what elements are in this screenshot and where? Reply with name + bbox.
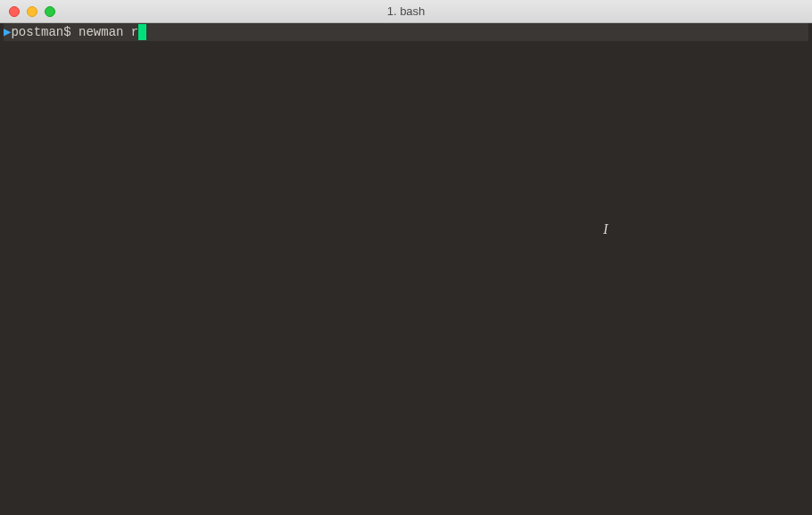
terminal-area[interactable]: ▶postman$ newman r I	[4, 23, 808, 511]
text-cursor-icon: I	[603, 221, 608, 237]
maximize-icon[interactable]	[45, 6, 55, 17]
traffic-lights	[0, 0, 55, 22]
terminal-window: 1. bash ▶postman$ newman r I	[0, 0, 812, 515]
prompt-caret-icon: ▶	[4, 23, 11, 41]
prompt-line: ▶postman$ newman r	[4, 23, 808, 41]
prompt-text: postman$	[11, 23, 70, 41]
window-title: 1. bash	[0, 4, 812, 18]
minimize-icon[interactable]	[27, 6, 37, 17]
titlebar[interactable]: 1. bash	[0, 0, 812, 23]
block-cursor-icon	[138, 24, 146, 40]
close-icon[interactable]	[9, 6, 20, 17]
command-input[interactable]: newman r	[79, 23, 138, 41]
